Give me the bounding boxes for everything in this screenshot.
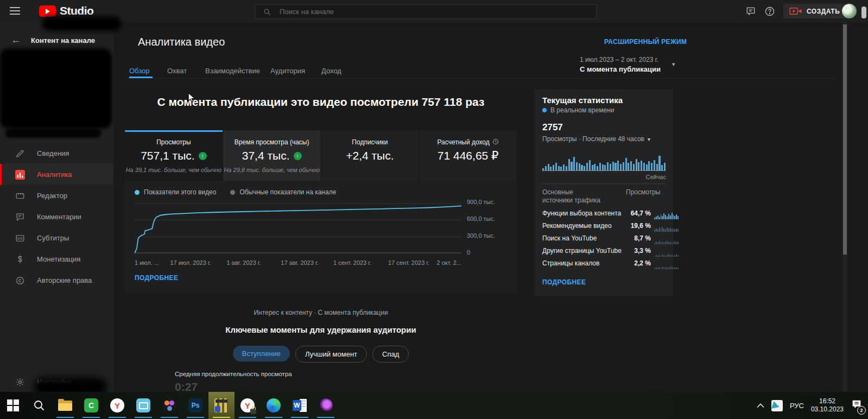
date-range-text: 1 июл.2023 – 2 окт. 2023 г. xyxy=(580,56,661,64)
create-button[interactable]: СОЗДАТЬ xyxy=(783,4,846,18)
tray-app-icon[interactable] xyxy=(771,400,783,411)
metric-label: Расчетный доход xyxy=(437,138,489,146)
media-app-button[interactable] xyxy=(313,392,339,419)
analytics-icon xyxy=(15,170,25,180)
metric-card-watch-time[interactable]: Время просмотра (часы) 37,4 тыс.↑ На 29,… xyxy=(223,130,321,181)
trend-up-icon: ↑ xyxy=(294,152,302,160)
traffic-row[interactable]: Рекомендуемые видео 19,6 % xyxy=(542,222,666,233)
traffic-sparkline xyxy=(654,212,679,219)
metric-card-subscribers[interactable]: Подписчики +2,4 тыс. xyxy=(321,130,420,181)
tray-expand-icon[interactable] xyxy=(757,403,764,408)
sidebar-item-analytics[interactable]: Аналитика xyxy=(0,164,113,185)
trend-up-icon: ↑ xyxy=(199,152,207,160)
notification-center-icon[interactable]: 2 xyxy=(851,398,863,412)
file-explorer-button[interactable] xyxy=(52,392,78,419)
edge-button[interactable] xyxy=(261,392,287,419)
views-chart-area[interactable] xyxy=(135,201,461,253)
sidebar-item-subtitles[interactable]: Субтитры xyxy=(0,227,113,249)
advanced-mode-link[interactable]: РАСШИРЕННЫЙ РЕЖИМ xyxy=(604,38,687,46)
yandex-protect-button[interactable]: Y xyxy=(235,392,261,419)
traffic-row[interactable]: Другие страницы YouTube 3,3 % xyxy=(542,247,666,258)
traffic-row[interactable]: Страницы каналов 2,2 % xyxy=(542,259,666,270)
edge-icon xyxy=(267,398,281,412)
metric-value: 37,4 тыс. xyxy=(242,149,290,162)
start-button[interactable] xyxy=(0,392,26,419)
sidebar-item-copyright[interactable]: Авторские права xyxy=(0,270,113,291)
tab-reach[interactable]: Охват xyxy=(167,67,187,75)
back-arrow-icon[interactable]: ← xyxy=(11,34,21,46)
system-clock[interactable]: 16:52 03.10.2023 xyxy=(811,397,844,414)
x-axis-tick: 2 окт. 2... xyxy=(437,259,461,266)
help-icon[interactable] xyxy=(764,6,775,17)
x-axis-tick: 1 июл. ... xyxy=(135,259,159,266)
language-indicator[interactable]: РУС xyxy=(790,402,804,410)
screen-recorder-icon xyxy=(136,398,150,412)
word-button[interactable]: W xyxy=(287,392,313,419)
traffic-row[interactable]: Поиск на YouTube 8,7 % xyxy=(542,234,666,245)
traffic-sparkline xyxy=(654,237,679,244)
date-range-selector[interactable]: 1 июл.2023 – 2 окт. 2023 г. С момента пу… xyxy=(580,56,661,73)
word-icon: W xyxy=(293,398,307,412)
traffic-row[interactable]: Функции выбора контента 64,7 % xyxy=(542,210,666,220)
clock-date: 03.10.2023 xyxy=(811,405,844,414)
tab-engagement[interactable]: Взаимодействие xyxy=(205,67,260,75)
sidebar-item-label: Субтитры xyxy=(37,234,69,242)
avatar[interactable] xyxy=(842,4,857,18)
scrollbar-thumb[interactable] xyxy=(843,24,847,255)
realtime-metric-selector[interactable]: Просмотры · Последние 48 часов▾ xyxy=(542,135,650,143)
traffic-sparkline xyxy=(654,262,679,269)
metric-cards: Просмотры 757,1 тыс.↑ На 39,1 тыс. больш… xyxy=(125,130,517,181)
live-dot xyxy=(542,108,547,112)
studio-logo-text[interactable]: Studio xyxy=(60,4,93,17)
clock-icon xyxy=(492,138,499,145)
legend-label: Показатели этого видео xyxy=(144,188,216,196)
camtasia-button[interactable]: C xyxy=(78,392,104,419)
metric-card-revenue[interactable]: Расчетный доход 71 446,65 ₽ xyxy=(419,130,517,181)
video-thumbnail-redacted[interactable] xyxy=(0,48,112,129)
sidebar-item-editor[interactable]: Редактор xyxy=(0,185,113,206)
settings-gear-icon xyxy=(15,377,25,387)
y-axis-tick: 600,0 тыс. xyxy=(467,215,495,222)
dropdown-caret-icon[interactable]: ▾ xyxy=(672,61,675,68)
photoshop-icon: Ps xyxy=(188,398,202,412)
monetization-icon xyxy=(15,255,25,264)
youtube-studio-window: Studio Поиск на канале СОЗДАТЬ ← Контент… xyxy=(0,0,868,419)
avg-view-duration-label: Средняя продолжительность просмотра xyxy=(175,371,292,377)
feedback-icon[interactable] xyxy=(745,6,756,17)
y-axis-tick: 900,0 тыс. xyxy=(467,199,495,205)
windows-taskbar: C Y Ps Y W РУС 16:52 03.10.2023 2 xyxy=(0,392,868,419)
menu-icon[interactable] xyxy=(10,7,20,15)
realtime-see-more-link[interactable]: ПОДРОБНЕЕ xyxy=(542,278,586,286)
redaction-blob xyxy=(42,16,121,31)
media-app-icon xyxy=(319,398,333,412)
date-period-text: С момента публикации xyxy=(580,65,661,73)
yandex-browser-button[interactable]: Y xyxy=(104,392,130,419)
x-axis-tick: 17 авг. 2023 г. xyxy=(281,259,318,266)
windows-logo-icon xyxy=(7,399,19,411)
photoshop-button[interactable]: Ps xyxy=(182,392,208,419)
scrollbar-track[interactable] xyxy=(842,22,847,392)
tab-audience[interactable]: Аудитория xyxy=(270,67,305,75)
movie-maker-button[interactable] xyxy=(208,392,235,419)
sidebar-item-label: Сведения xyxy=(37,149,69,157)
realtime-now-label: Сейчас xyxy=(645,174,666,180)
chip-best-moment[interactable]: Лучший момент xyxy=(295,346,367,363)
sidebar-item-label: Аналитика xyxy=(37,170,72,179)
key-moments-title: Ключевые моменты для удержания аудитории xyxy=(125,325,517,334)
metric-card-views[interactable]: Просмотры 757,1 тыс.↑ На 39,1 тыс. больш… xyxy=(125,130,223,181)
tab-revenue[interactable]: Доход xyxy=(321,67,341,75)
youtube-logo-icon[interactable] xyxy=(39,5,56,17)
davinci-resolve-button[interactable] xyxy=(156,392,182,419)
see-more-link[interactable]: ПОДРОБНЕЕ xyxy=(135,274,178,282)
traffic-sparkline xyxy=(654,225,679,232)
search-input[interactable]: Поиск на канале xyxy=(255,4,597,19)
taskbar-search-button[interactable] xyxy=(26,392,52,419)
sidebar-item-comments[interactable]: Комментарии xyxy=(0,206,113,227)
sidebar-item-details[interactable]: Сведения xyxy=(0,143,113,164)
tab-overview[interactable]: Обзор xyxy=(129,67,150,75)
chip-dip[interactable]: Спад xyxy=(372,346,409,363)
mouse-cursor xyxy=(187,92,196,103)
screen-recorder-button[interactable] xyxy=(130,392,156,419)
chip-intro[interactable]: Вступление xyxy=(233,346,290,361)
sidebar-item-monetization[interactable]: Монетизация xyxy=(0,249,113,270)
